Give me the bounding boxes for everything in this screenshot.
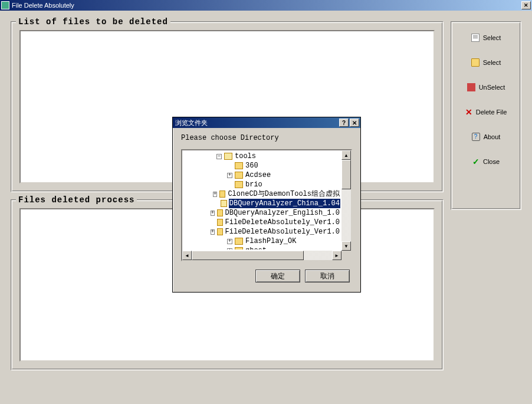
tree-item[interactable]: FileDeleteAbsolutely_Ver1.0: [183, 218, 340, 227]
scroll-down-button[interactable]: ▼: [341, 241, 351, 251]
action-panel: Select Select UnSelect ✕ Delete File ? A…: [451, 21, 521, 210]
folder-icon: [217, 219, 223, 226]
tree-item[interactable]: +ghost: [183, 246, 340, 249]
select-folder-button[interactable]: Select: [471, 58, 501, 67]
folder-icon: [219, 190, 225, 198]
tree-scrollbar-vertical[interactable]: ▲ ▼: [341, 150, 351, 251]
x-icon: ✕: [465, 108, 472, 116]
tree-item[interactable]: +CloneCD与DaemonTools组合虚拟: [183, 189, 340, 199]
tree-item[interactable]: +FileDeleteAbsolutely_Ver1.0: [183, 227, 340, 237]
folder-icon: [235, 238, 243, 245]
folder-open-icon: [221, 200, 227, 207]
delete-file-button[interactable]: ✕ Delete File: [465, 108, 507, 116]
tree-item[interactable]: +DBQueryAnalyzer_English_1.0: [183, 208, 340, 218]
unselect-icon: [467, 83, 475, 91]
scroll-right-button[interactable]: ►: [332, 251, 341, 260]
select-file-button[interactable]: Select: [471, 34, 501, 42]
tree-spacer: [215, 201, 218, 206]
tree-item[interactable]: +FlashPlay_OK: [183, 237, 340, 246]
scroll-left-button[interactable]: ◄: [182, 251, 192, 260]
tree-spacer: [227, 182, 232, 188]
tree-item[interactable]: +Acdsee: [183, 170, 340, 180]
select-folder-label: Select: [483, 59, 501, 66]
expand-icon[interactable]: +: [227, 239, 232, 244]
tree-item-label[interactable]: brio: [245, 180, 263, 189]
tree-item-label[interactable]: 360: [245, 161, 259, 170]
about-label: About: [484, 133, 501, 140]
folder-icon: [235, 162, 243, 169]
tree-scrollbar-horizontal[interactable]: ◄ ►: [182, 251, 351, 260]
dialog-cancel-button[interactable]: 取消: [305, 270, 350, 283]
tree-item-label[interactable]: FileDeleteAbsolutely_Ver1.0: [225, 227, 340, 237]
folder-icon: [217, 228, 222, 235]
select-file-label: Select: [483, 34, 501, 41]
tree-item-label[interactable]: FileDeleteAbsolutely_Ver1.0: [225, 218, 340, 227]
tree-item[interactable]: −tools: [183, 152, 340, 161]
tree-item-label[interactable]: tools: [234, 152, 257, 161]
unselect-button[interactable]: UnSelect: [467, 83, 505, 91]
scroll-thumb-vertical[interactable]: [341, 160, 351, 189]
dialog-ok-button[interactable]: 确定: [255, 270, 300, 283]
tree-item[interactable]: DBQueryAnalyzer_China_1.04: [183, 199, 340, 208]
unselect-label: UnSelect: [479, 84, 505, 91]
about-button[interactable]: ? About: [472, 133, 501, 141]
folder-open-icon: [224, 153, 232, 160]
tree-item-label[interactable]: CloneCD与DaemonTools组合虚拟: [227, 189, 340, 199]
window-titlebar: File Delete Absolutely ✕: [0, 0, 532, 11]
folder-icon: [235, 172, 243, 179]
close-button[interactable]: ✓ Close: [472, 157, 500, 166]
dialog-title: 浏览文件夹: [174, 119, 338, 127]
delete-file-label: Delete File: [476, 109, 507, 116]
tree-item[interactable]: 360: [183, 161, 340, 170]
folder-icon: [235, 181, 243, 188]
question-icon: ?: [472, 133, 480, 141]
tree-spacer: [211, 220, 215, 225]
tree-item-label[interactable]: DBQueryAnalyzer_English_1.0: [225, 208, 340, 218]
dialog-help-button[interactable]: ?: [339, 119, 349, 127]
scroll-thumb-horizontal[interactable]: [192, 251, 304, 260]
folder-icon: [235, 247, 243, 249]
group-title-process: Files deleted process: [16, 195, 137, 205]
close-label: Close: [483, 158, 500, 165]
dialog-titlebar[interactable]: 浏览文件夹 ? ✕: [173, 117, 360, 128]
collapse-icon[interactable]: −: [216, 154, 222, 159]
tree-item-label[interactable]: Acdsee: [245, 170, 271, 180]
check-icon: ✓: [472, 157, 480, 166]
tree-item[interactable]: brio: [183, 180, 340, 189]
window-title: File Delete Absolutely: [12, 2, 521, 9]
expand-icon[interactable]: +: [227, 248, 232, 250]
document-icon: [471, 34, 480, 42]
folder-icon: [217, 209, 222, 216]
tree-item-label[interactable]: DBQueryAnalyzer_China_1.04: [229, 199, 340, 208]
dialog-prompt: Please choose Directory: [181, 134, 352, 142]
expand-icon[interactable]: +: [211, 211, 215, 216]
expand-icon[interactable]: +: [211, 229, 215, 235]
folder-icon: [471, 58, 480, 67]
expand-icon[interactable]: +: [213, 192, 217, 197]
expand-icon[interactable]: +: [227, 173, 232, 178]
group-title-list: List of files to be deleted: [16, 17, 170, 27]
browse-folder-dialog: 浏览文件夹 ? ✕ Please choose Directory −tools…: [172, 117, 361, 293]
window-close-button[interactable]: ✕: [521, 1, 531, 9]
tree-item-label[interactable]: ghost: [245, 246, 267, 249]
tree-item-label[interactable]: FlashPlay_OK: [245, 237, 297, 246]
dialog-close-button[interactable]: ✕: [350, 119, 359, 127]
scroll-up-button[interactable]: ▲: [341, 150, 351, 160]
app-icon: [1, 1, 9, 9]
folder-tree[interactable]: −tools360+Acdseebrio+CloneCD与DaemonTools…: [181, 149, 352, 261]
tree-spacer: [227, 163, 232, 169]
